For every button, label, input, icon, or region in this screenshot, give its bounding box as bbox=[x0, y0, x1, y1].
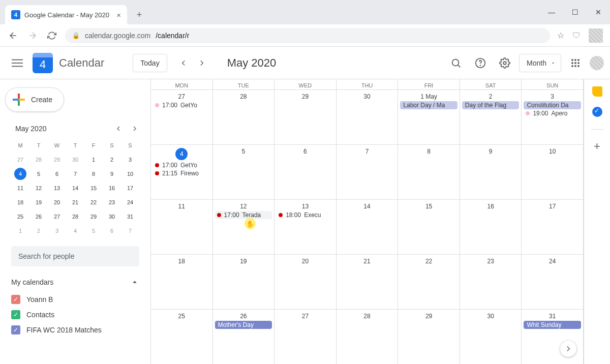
mini-day[interactable]: 6 bbox=[103, 224, 121, 238]
search-people-input[interactable]: Search for people bbox=[11, 246, 139, 266]
day-cell[interactable]: 23 bbox=[460, 255, 522, 309]
scroll-right-button[interactable] bbox=[560, 341, 576, 357]
day-cell[interactable]: 3Constitution Da19:00 Apero bbox=[522, 90, 584, 144]
forward-button[interactable] bbox=[26, 29, 39, 42]
reload-button[interactable] bbox=[46, 29, 58, 42]
day-cell[interactable]: 19 bbox=[213, 255, 275, 309]
create-button[interactable]: Create bbox=[5, 87, 64, 112]
account-avatar[interactable] bbox=[590, 56, 604, 70]
close-tab-icon[interactable]: × bbox=[116, 11, 121, 19]
mini-day[interactable]: 23 bbox=[103, 195, 121, 209]
mini-day[interactable]: 16 bbox=[103, 181, 121, 195]
mini-day[interactable]: 2 bbox=[103, 153, 121, 167]
prev-month-button[interactable] bbox=[175, 55, 192, 71]
mini-day[interactable]: 21 bbox=[66, 195, 84, 209]
allday-event[interactable]: Whit Sunday bbox=[524, 321, 581, 329]
mini-day[interactable]: 3 bbox=[48, 224, 66, 238]
mini-day[interactable]: 3 bbox=[121, 153, 139, 167]
add-addon-button[interactable]: + bbox=[594, 140, 600, 153]
shield-icon[interactable]: 🛡 bbox=[572, 31, 581, 40]
mini-day[interactable]: 30 bbox=[103, 209, 121, 224]
mini-day[interactable]: 1 bbox=[11, 224, 29, 238]
day-cell[interactable]: 28 bbox=[213, 90, 275, 144]
day-cell[interactable]: 22 bbox=[398, 255, 460, 309]
mini-day[interactable]: 28 bbox=[66, 209, 84, 224]
allday-event[interactable]: Day of the Flag bbox=[462, 101, 520, 109]
mini-day[interactable]: 29 bbox=[48, 153, 66, 167]
day-cell[interactable]: 5 bbox=[213, 145, 275, 199]
mini-day[interactable]: 4 bbox=[14, 168, 26, 180]
mini-day[interactable]: 5 bbox=[84, 224, 103, 238]
mini-day[interactable]: 29 bbox=[84, 209, 103, 224]
mini-day[interactable]: 19 bbox=[29, 195, 48, 209]
mini-day[interactable]: 15 bbox=[84, 181, 103, 195]
day-cell[interactable]: 20 bbox=[274, 255, 337, 309]
mini-day[interactable]: 30 bbox=[66, 153, 84, 167]
mini-day[interactable]: 14 bbox=[66, 181, 84, 195]
day-cell[interactable]: 8 bbox=[398, 145, 460, 199]
day-cell[interactable]: 2Day of the Flag bbox=[460, 90, 522, 144]
calendar-item[interactable]: ✓Contacts bbox=[11, 307, 139, 322]
mini-next-button[interactable] bbox=[128, 122, 141, 135]
mini-day[interactable]: 1 bbox=[84, 153, 103, 167]
day-cell[interactable]: 7 bbox=[337, 145, 399, 199]
day-cell[interactable]: 30 bbox=[337, 90, 399, 144]
timed-event[interactable]: 17:00 Terada bbox=[215, 211, 272, 219]
mini-day[interactable]: 22 bbox=[84, 195, 103, 209]
day-cell[interactable]: 26Mother's Day bbox=[213, 310, 275, 364]
day-cell[interactable]: 417:00 GetYo21:15 Firewo bbox=[151, 145, 213, 199]
mini-day[interactable]: 10 bbox=[121, 167, 139, 181]
day-cell[interactable]: 17 bbox=[522, 200, 584, 254]
mini-day[interactable]: 6 bbox=[48, 167, 66, 181]
timed-event[interactable]: 18:00 Execu bbox=[277, 211, 334, 219]
checkbox-icon[interactable]: ✓ bbox=[11, 295, 20, 304]
next-month-button[interactable] bbox=[194, 55, 210, 71]
mini-day[interactable]: 26 bbox=[29, 209, 48, 224]
day-cell[interactable]: 1217:00 Terada✋ bbox=[213, 200, 275, 254]
mini-day[interactable]: 25 bbox=[11, 209, 29, 224]
day-cell[interactable]: 29 bbox=[274, 90, 337, 144]
mini-prev-button[interactable] bbox=[112, 122, 125, 135]
mini-day[interactable]: 7 bbox=[66, 167, 84, 181]
hamburger-icon[interactable] bbox=[6, 52, 28, 74]
mini-day[interactable]: 13 bbox=[48, 181, 66, 195]
mini-day[interactable]: 24 bbox=[121, 195, 139, 209]
day-cell[interactable]: 18 bbox=[151, 255, 213, 309]
tasks-icon[interactable] bbox=[592, 107, 602, 117]
maximize-button[interactable]: ☐ bbox=[563, 4, 587, 20]
url-input[interactable]: 🔒 calendar.google.com/calendar/r bbox=[65, 28, 550, 43]
day-cell[interactable]: 1 MayLabor Day / Ma bbox=[398, 90, 460, 144]
keep-icon[interactable] bbox=[592, 86, 602, 97]
mini-day[interactable]: 5 bbox=[29, 167, 48, 181]
day-cell[interactable]: 27 bbox=[274, 310, 337, 364]
allday-event[interactable]: Constitution Da bbox=[524, 101, 581, 109]
day-cell[interactable]: 10 bbox=[522, 145, 584, 199]
day-cell[interactable]: 30 bbox=[460, 310, 522, 364]
timed-event[interactable]: 17:00 GetYo bbox=[153, 161, 210, 169]
timed-event[interactable]: 17:00 GetYo bbox=[153, 101, 210, 109]
day-cell[interactable]: 2717:00 GetYo bbox=[151, 90, 213, 144]
checkbox-icon[interactable]: ✓ bbox=[11, 325, 20, 335]
browser-tab[interactable]: 4 Google Calendar - May 2020 × bbox=[5, 5, 127, 24]
back-button[interactable] bbox=[7, 29, 19, 42]
mini-day[interactable]: 27 bbox=[11, 153, 29, 167]
mini-day[interactable]: 2 bbox=[29, 224, 48, 238]
view-select[interactable]: Month bbox=[519, 54, 561, 72]
timed-event[interactable]: 19:00 Apero bbox=[524, 109, 581, 117]
day-cell[interactable]: 28 bbox=[337, 310, 399, 364]
timed-event[interactable]: 21:15 Firewo bbox=[153, 169, 210, 177]
mini-day[interactable]: 28 bbox=[29, 153, 48, 167]
mini-day[interactable]: 18 bbox=[11, 195, 29, 209]
day-cell[interactable]: 29 bbox=[398, 310, 460, 364]
google-apps-icon[interactable] bbox=[565, 53, 586, 73]
browser-profile-avatar[interactable] bbox=[589, 28, 603, 43]
day-cell[interactable]: 14 bbox=[337, 200, 399, 254]
mini-day[interactable]: 20 bbox=[48, 195, 66, 209]
minimize-button[interactable]: — bbox=[540, 4, 563, 20]
day-cell[interactable]: 24 bbox=[522, 255, 584, 309]
search-icon[interactable] bbox=[446, 53, 466, 73]
new-tab-button[interactable]: + bbox=[132, 8, 146, 22]
day-cell[interactable]: 15 bbox=[398, 200, 460, 254]
calendar-item[interactable]: ✓Yoann B bbox=[11, 292, 139, 307]
star-icon[interactable]: ☆ bbox=[557, 31, 564, 40]
